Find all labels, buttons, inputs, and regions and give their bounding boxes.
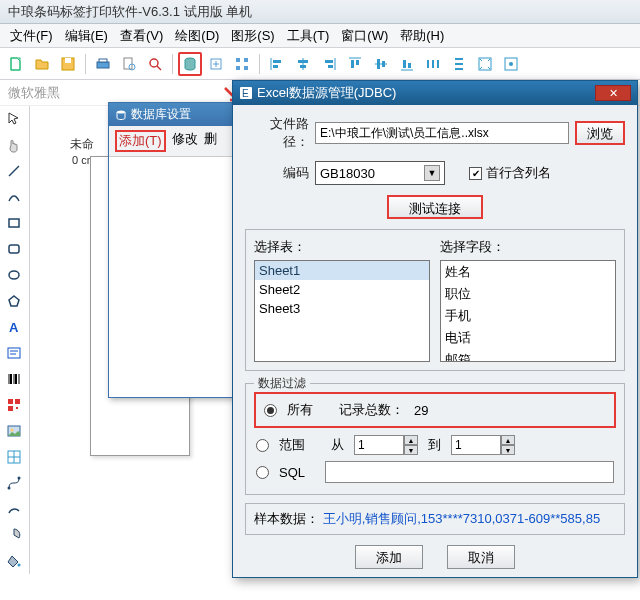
- svg-rect-23: [328, 65, 333, 68]
- table-row[interactable]: Sheet1: [255, 261, 429, 280]
- to-spinner[interactable]: ▲▼: [451, 435, 515, 455]
- grid-tool-icon[interactable]: [0, 444, 28, 470]
- svg-point-67: [18, 564, 21, 567]
- excel-jdbc-dialog: E Excel数据源管理(JDBC) ✕ 文件路径： 浏览 编码 GB18030…: [232, 80, 638, 578]
- svg-text:A: A: [9, 320, 19, 335]
- svg-rect-5: [124, 58, 132, 69]
- cancel-button[interactable]: 取消: [447, 545, 515, 569]
- richtext-icon[interactable]: [0, 340, 28, 366]
- svg-rect-29: [382, 61, 385, 67]
- svg-point-45: [9, 271, 19, 279]
- new-icon[interactable]: [4, 52, 28, 76]
- center-canvas-icon[interactable]: [499, 52, 523, 76]
- svg-point-41: [509, 62, 513, 66]
- encoding-select[interactable]: GB18030 ▼: [315, 161, 445, 185]
- align-middle-icon[interactable]: [369, 52, 393, 76]
- align-top-icon[interactable]: [343, 52, 367, 76]
- distribute-v-icon[interactable]: [447, 52, 471, 76]
- sql-input[interactable]: [325, 461, 614, 483]
- distribute-h-icon[interactable]: [421, 52, 445, 76]
- fill-icon[interactable]: [0, 548, 28, 574]
- svg-rect-4: [99, 59, 107, 62]
- field-listbox[interactable]: 姓名 职位 手机 电话 邮箱: [440, 260, 616, 362]
- svg-rect-58: [8, 406, 13, 411]
- rect-icon[interactable]: [0, 210, 28, 236]
- field-row[interactable]: 职位: [441, 283, 615, 305]
- add-button[interactable]: 添加: [355, 545, 423, 569]
- zoom-icon[interactable]: [143, 52, 167, 76]
- arc-icon[interactable]: [0, 496, 28, 522]
- barcode-icon[interactable]: [0, 366, 28, 392]
- pointer-icon[interactable]: [0, 106, 28, 132]
- grid-icon[interactable]: [230, 52, 254, 76]
- menu-draw[interactable]: 绘图(D): [169, 25, 225, 47]
- database-icon[interactable]: [178, 52, 202, 76]
- svg-rect-16: [273, 60, 281, 63]
- radio-all[interactable]: [264, 404, 277, 417]
- menu-help[interactable]: 帮助(H): [394, 25, 450, 47]
- menu-window[interactable]: 窗口(W): [335, 25, 394, 47]
- field-row[interactable]: 姓名: [441, 261, 615, 283]
- db-add-button[interactable]: 添加(T): [115, 130, 166, 152]
- svg-rect-32: [408, 63, 411, 68]
- field-label: 选择字段：: [440, 238, 616, 256]
- align-right-icon[interactable]: [317, 52, 341, 76]
- table-row[interactable]: Sheet2: [255, 280, 429, 299]
- polygon-icon[interactable]: [0, 288, 28, 314]
- import-icon[interactable]: [204, 52, 228, 76]
- test-connection-button[interactable]: 测试连接: [387, 195, 483, 219]
- menu-file[interactable]: 文件(F): [4, 25, 59, 47]
- ellipse-icon[interactable]: [0, 262, 28, 288]
- sample-label: 样本数据：: [254, 511, 319, 526]
- browse-button[interactable]: 浏览: [575, 121, 625, 145]
- hand-icon[interactable]: [0, 132, 28, 158]
- qrcode-icon[interactable]: [0, 392, 28, 418]
- align-left-icon[interactable]: [265, 52, 289, 76]
- line-icon[interactable]: [0, 158, 28, 184]
- db-settings-toolbar: 添加(T) 修改 删: [109, 126, 237, 157]
- radio-all-label: 所有: [287, 401, 313, 419]
- db-edit-button[interactable]: 修改: [172, 130, 198, 152]
- from-label: 从: [331, 436, 344, 454]
- table-listbox[interactable]: Sheet1 Sheet2 Sheet3: [254, 260, 430, 362]
- menu-edit[interactable]: 编辑(E): [59, 25, 114, 47]
- firstrow-checkbox[interactable]: ✔ 首行含列名: [469, 164, 551, 182]
- close-button[interactable]: ✕: [595, 85, 631, 101]
- menu-tools[interactable]: 工具(T): [281, 25, 336, 47]
- round-rect-icon[interactable]: [0, 236, 28, 262]
- excel-dialog-title: Excel数据源管理(JDBC): [257, 84, 396, 102]
- align-center-h-icon[interactable]: [291, 52, 315, 76]
- excel-dialog-header[interactable]: E Excel数据源管理(JDBC) ✕: [233, 81, 637, 105]
- svg-rect-44: [9, 245, 19, 253]
- radio-sql[interactable]: [256, 466, 269, 479]
- svg-rect-26: [356, 60, 359, 65]
- radio-range[interactable]: [256, 439, 269, 452]
- field-row[interactable]: 电话: [441, 327, 615, 349]
- text-icon[interactable]: A: [0, 314, 28, 340]
- align-bottom-icon[interactable]: [395, 52, 419, 76]
- open-icon[interactable]: [30, 52, 54, 76]
- db-settings-header[interactable]: 数据库设置: [109, 103, 237, 126]
- menu-view[interactable]: 查看(V): [114, 25, 169, 47]
- preview-icon[interactable]: [117, 52, 141, 76]
- path-input[interactable]: [315, 122, 569, 144]
- db-delete-button[interactable]: 删: [204, 130, 217, 152]
- tool-palette: A: [0, 106, 30, 574]
- from-spinner[interactable]: ▲▼: [354, 435, 418, 455]
- fit-icon[interactable]: [473, 52, 497, 76]
- field-row[interactable]: 手机: [441, 305, 615, 327]
- document-tab[interactable]: 未命: [70, 136, 94, 153]
- image-icon[interactable]: [0, 418, 28, 444]
- print-icon[interactable]: [91, 52, 115, 76]
- svg-point-7: [150, 59, 158, 67]
- svg-rect-20: [300, 65, 306, 68]
- svg-marker-46: [9, 296, 19, 306]
- field-row[interactable]: 邮箱: [441, 349, 615, 362]
- bezier-icon[interactable]: [0, 470, 28, 496]
- curve-icon[interactable]: [0, 184, 28, 210]
- menu-shape[interactable]: 图形(S): [225, 25, 280, 47]
- table-row[interactable]: Sheet3: [255, 299, 429, 318]
- save-icon[interactable]: [56, 52, 80, 76]
- pie-icon[interactable]: [0, 522, 28, 548]
- svg-rect-11: [236, 58, 240, 62]
